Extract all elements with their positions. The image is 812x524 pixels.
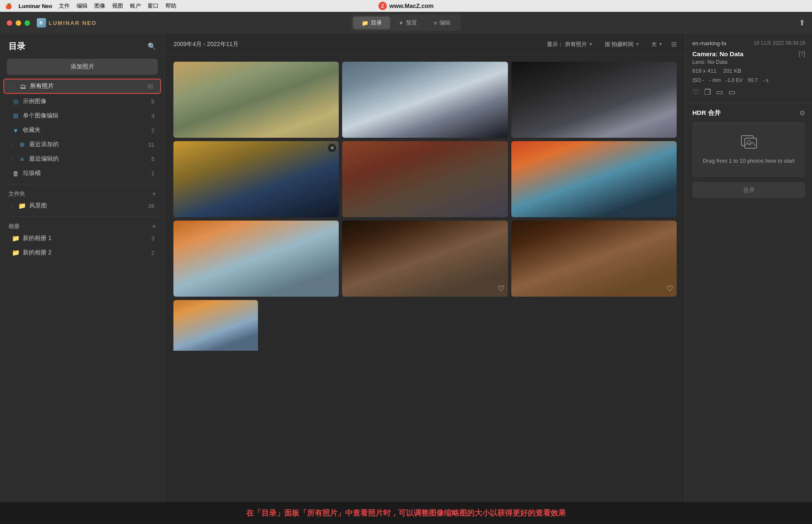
photo-row: ✕ [173, 141, 677, 217]
edit-tab-icon: ≡ [434, 20, 437, 26]
photo-image [173, 62, 339, 138]
photo-image [511, 221, 677, 297]
all-photos-icon: 🗂 [19, 83, 27, 90]
sidebar-item-trash[interactable]: 🗑 垃圾桶 1 [3, 166, 161, 180]
sidebar-item-favorites[interactable]: ♥ 收藏夹 2 [3, 123, 161, 137]
file-menu-item[interactable]: 文件 [59, 2, 70, 10]
photo-image [342, 221, 508, 297]
size-control[interactable]: 大 ▼ [648, 39, 666, 50]
sort-control[interactable]: 按 拍摄时间 ▼ [601, 39, 643, 50]
window-menu-item[interactable]: 窗口 [148, 2, 159, 10]
albums-add-icon[interactable]: + [152, 223, 156, 230]
sidebar: 目录 🔍 添加照片 › 🗂 所有照片 31 ◎ 示例图像 5 ⊞ 单个图像编辑 … [0, 34, 165, 502]
albums-section-header: 相册 + [0, 220, 165, 231]
sidebar-item-all-photos[interactable]: › 🗂 所有照片 31 [3, 79, 161, 94]
photo-image [342, 62, 508, 138]
photo-thumb[interactable] [173, 62, 339, 138]
shutter-label: - s [763, 77, 768, 83]
sidebar-item-single[interactable]: ⊞ 单个图像编辑 3 [3, 109, 161, 123]
add-photos-button[interactable]: 添加照片 [7, 59, 158, 75]
tab-presets[interactable]: ✦ 预置 [390, 16, 425, 29]
heart-action-icon[interactable]: ♡ [692, 87, 699, 97]
albums-section-label: 相册 [8, 223, 19, 230]
all-photos-label: 所有照片 [30, 82, 144, 90]
favorites-count: 2 [151, 127, 154, 134]
photo-thumb[interactable]: ♡ [511, 221, 677, 297]
hdr-drop-zone[interactable]: Drag from 1 to 10 photos here to start [692, 122, 805, 177]
folders-section-header: 文件夹 + [0, 188, 165, 199]
album2-icon: 📁 [12, 249, 19, 257]
sidebar-item-recent-add[interactable]: › ⊕ 最近添加的 31 [3, 138, 161, 151]
app-window: N LUMINAR NEO 📁 目录 ✦ 预置 ≡ 编辑 ⬆ 目录 🔍 [0, 12, 812, 524]
divider [7, 216, 158, 217]
view-menu-item[interactable]: 视图 [112, 2, 123, 10]
frame1-action-icon[interactable]: ▭ [716, 87, 723, 97]
share-button[interactable]: ⬆ [799, 18, 805, 27]
hdr-drop-icon [701, 134, 797, 153]
examples-icon: ◎ [12, 98, 19, 105]
hdr-header: HDR 合并 ⚙ [692, 109, 805, 117]
single-icon: ⊞ [12, 112, 19, 120]
photo-info-panel: en-marking-fa 19 11月 2022 09:34:19 Camer… [686, 34, 812, 103]
menubar: 🍎 Luminar Neo 文件 编辑 图像 视图 账户 窗口 帮助 Z www… [0, 0, 812, 12]
photo-image [173, 141, 339, 217]
sidebar-title: 目录 [8, 41, 25, 52]
photo-row [173, 300, 677, 376]
photo-thumb[interactable] [511, 141, 677, 217]
sidebar-item-recent-edit[interactable]: › ≡ 最近编辑的 5 [3, 152, 161, 166]
fullscreen-button[interactable] [25, 20, 30, 26]
grid-view-icon[interactable]: ⊞ [671, 40, 677, 48]
frame2-action-icon[interactable]: ▭ [728, 87, 735, 97]
sidebar-item-examples[interactable]: ◎ 示例图像 5 [3, 95, 161, 108]
hdr-merge-button[interactable]: 合并 [692, 182, 805, 198]
photo-thumb[interactable]: ✕ [173, 141, 339, 217]
photo-heart-icon[interactable]: ♡ [498, 284, 505, 293]
app-logo: N LUMINAR NEO [37, 18, 97, 27]
sidebar-item-album1[interactable]: 📁 新的相册 1 3 [3, 232, 161, 245]
photo-thumb[interactable]: ♡ [342, 221, 508, 297]
filesize-label: 201 KB [723, 68, 741, 74]
edit-menu-item[interactable]: 编辑 [77, 2, 88, 10]
help-menu-item[interactable]: 帮助 [165, 2, 176, 10]
album1-label: 新的相册 1 [23, 235, 148, 242]
iso-label: ISO - [692, 77, 704, 83]
content-toolbar: 2009年4月 - 2022年11月 显示： 所有照片 ▼ 按 拍摄时间 ▼ 大… [165, 34, 685, 55]
right-panel: en-marking-fa 19 11月 2022 09:34:19 Camer… [685, 34, 812, 502]
hdr-settings-icon[interactable]: ⚙ [799, 109, 805, 117]
watermark-z: Z [379, 2, 387, 10]
photo-thumb[interactable] [511, 62, 677, 138]
recent-add-label: 最近添加的 [29, 141, 145, 148]
apple-menu[interactable]: 🍎 [5, 3, 12, 9]
catalog-tab-label: 目录 [371, 19, 382, 27]
sort-label: 按 拍摄时间 [605, 41, 634, 48]
copy-action-icon[interactable]: ❐ [704, 87, 711, 97]
tab-edit[interactable]: ≡ 编辑 [425, 16, 459, 29]
help-icon[interactable]: [?] [798, 50, 805, 57]
search-icon[interactable]: 🔍 [148, 42, 156, 50]
show-chevron-icon: ▼ [589, 42, 593, 46]
photo-row [173, 62, 677, 138]
close-button[interactable] [7, 20, 12, 26]
photo-heart-icon[interactable]: ♡ [667, 284, 673, 293]
edit-tab-label: 编辑 [439, 19, 450, 27]
divider [7, 184, 158, 184]
folders-add-icon[interactable]: + [152, 190, 156, 198]
show-filter-control[interactable]: 显示： 所有照片 ▼ [543, 39, 596, 50]
photo-image [173, 300, 258, 351]
sidebar-item-landscape[interactable]: › 📁 风景图 26 [3, 199, 161, 213]
ev-label: -1.0 EV [726, 77, 743, 83]
recent-edit-count: 5 [151, 156, 154, 162]
photo-thumb[interactable] [342, 62, 508, 138]
app-menu-item[interactable]: Luminar Neo [19, 3, 52, 9]
minimize-button[interactable] [16, 20, 21, 26]
photo-thumb[interactable] [173, 221, 339, 297]
photo-thumb[interactable] [342, 141, 508, 217]
account-menu-item[interactable]: 账户 [130, 2, 141, 10]
image-menu-item[interactable]: 图像 [94, 2, 105, 10]
photo-thumb[interactable] [173, 300, 258, 376]
recent-edit-icon: ≡ [18, 156, 26, 163]
mm-label: - mm [709, 77, 721, 83]
annotation-text: 在「目录」面板「所有照片」中查看照片时，可以调整图像缩略图的大小以获得更好的查看… [246, 508, 566, 518]
tab-catalog[interactable]: 📁 目录 [353, 16, 390, 29]
sidebar-item-album2[interactable]: 📁 新的相册 2 2 [3, 246, 161, 259]
